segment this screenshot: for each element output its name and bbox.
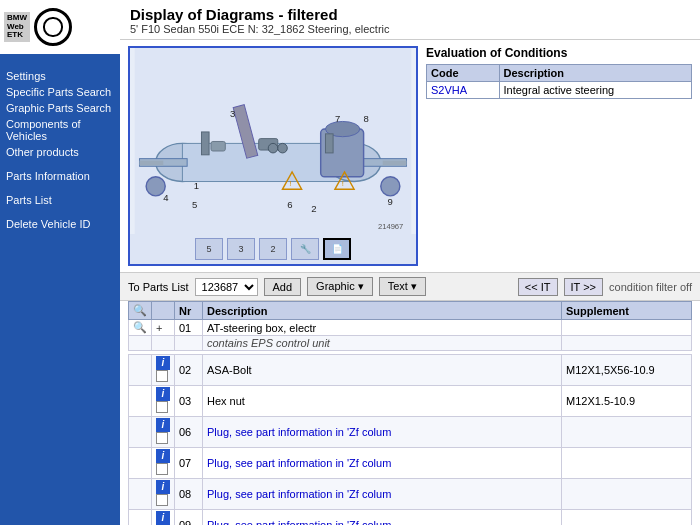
thumbnail-3[interactable]: 2 [259,238,287,260]
row-info-cell[interactable]: i [152,479,175,510]
info-icon[interactable]: i [156,480,170,494]
table-row: i 02ASA-BoltM12X1,5X56-10.9 [129,355,692,386]
row-info-cell[interactable]: i [152,386,175,417]
table-row: 🔍+01AT-steering box, electr [129,320,692,336]
row-info-cell[interactable]: i [152,417,175,448]
table-row: i 06Plug, see part information in 'Zf co… [129,417,692,448]
expand-icon[interactable]: + [156,322,162,334]
table-row: i 03Hex nutM12X1.5-10.9 [129,386,692,417]
col-description: Description [203,302,562,320]
info-icon[interactable]: i [156,511,170,525]
thumbnail-5[interactable]: 📄 [323,238,351,260]
svg-text:6: 6 [287,199,292,210]
row-description: Plug, see part information in 'Zf colum [203,448,562,479]
text-button[interactable]: Text ▾ [379,277,426,296]
logo-area: BMWWebETK [0,0,120,54]
parts-list-select[interactable]: 123687 [195,278,258,296]
sidebar-item-settings[interactable]: Settings [4,68,116,84]
eval-col-code: Code [427,65,500,82]
col-search: 🔍 [129,302,152,320]
row-supplement [562,479,692,510]
bmw-web-etk-logo: BMWWebETK [4,12,30,42]
svg-text:5: 5 [192,199,197,210]
diagram-panel[interactable]: 3 7 8 4 5 6 2 9 1 ! ! [128,46,418,266]
svg-text:4: 4 [163,192,169,203]
thumbnail-2[interactable]: 3 [227,238,255,260]
svg-rect-16 [325,134,333,153]
thumbnail-1[interactable]: 5 [195,238,223,260]
diagram-image[interactable]: 3 7 8 4 5 6 2 9 1 ! ! [130,48,416,234]
evaluation-panel: Evaluation of Conditions Code Descriptio… [426,46,692,266]
checkbox-icon[interactable] [156,401,168,413]
sidebar-item-graphic-parts-search[interactable]: Graphic Parts Search [4,100,116,116]
add-button[interactable]: Add [264,278,302,296]
info-icon[interactable]: i [156,418,170,432]
eval-code-cell[interactable]: S2VHA [427,82,500,99]
table-row: i 09Plug, see part information in 'Zf co… [129,510,692,526]
info-icon[interactable]: i [156,449,170,463]
row-search-cell: 🔍 [129,320,152,336]
next-nav-button[interactable]: IT >> [564,278,603,296]
row-supplement [562,417,692,448]
table-row: contains EPS control unit [129,336,692,351]
prev-nav-button[interactable]: << IT [518,278,558,296]
svg-rect-14 [211,141,225,151]
info-icon[interactable]: i [156,387,170,401]
sidebar-item-other-products[interactable]: Other products [4,144,116,160]
thumbnail-4[interactable]: 🔧 [291,238,319,260]
row-search-cell [129,355,152,386]
description-link[interactable]: Plug, see part information in 'Zf colum [207,488,391,500]
svg-rect-10 [383,161,407,166]
row-sub-description: contains EPS control unit [203,336,562,351]
eval-table: Code Description S2VHA Integral active s… [426,64,692,99]
graphic-button[interactable]: Graphic ▾ [307,277,373,296]
svg-rect-8 [139,161,163,166]
bmw-roundel-icon [34,8,72,46]
svg-text:8: 8 [364,113,369,124]
col-nr: Nr [175,302,203,320]
row-supplement [562,320,692,336]
row-search-cell [129,386,152,417]
row-info-cell[interactable]: i [152,355,175,386]
description-link[interactable]: Plug, see part information in 'Zf colum [207,426,391,438]
checkbox-icon[interactable] [156,463,168,475]
svg-text:!: ! [342,179,344,188]
description-link[interactable]: Plug, see part information in 'Zf colum [207,457,391,469]
eval-code-link[interactable]: S2VHA [431,84,467,96]
svg-point-30 [268,143,278,153]
row-nr: 03 [175,386,203,417]
svg-text:7: 7 [335,113,340,124]
checkbox-icon[interactable] [156,494,168,506]
page-header: Display of Diagrams - filtered 5' F10 Se… [120,0,700,40]
row-description: Hex nut [203,386,562,417]
sidebar-item-delete-vehicle-id[interactable]: Delete Vehicle ID [4,216,116,232]
row-info-cell[interactable]: i [152,510,175,526]
sidebar-item-parts-information[interactable]: Parts Information [4,168,116,184]
sidebar-item-specific-parts-search[interactable]: Specific Parts Search [4,84,116,100]
sidebar-item-parts-list[interactable]: Parts List [4,192,116,208]
sidebar-item-components-of-vehicles[interactable]: Components of Vehicles [4,116,116,144]
row-description: Plug, see part information in 'Zf colum [203,479,562,510]
info-icon[interactable]: i [156,356,170,370]
row-search-cell [129,510,152,526]
diagram-thumbnails: 5 3 2 🔧 📄 [130,234,416,264]
eval-description-cell: Integral active steering [499,82,692,99]
diagram-svg: 3 7 8 4 5 6 2 9 1 ! ! [130,48,416,234]
parts-table-container: 🔍 Nr Description Supplement 🔍+01AT-steer… [120,301,700,525]
checkbox-icon[interactable] [156,432,168,444]
parts-table: 🔍 Nr Description Supplement 🔍+01AT-steer… [128,301,692,525]
description-link[interactable]: Plug, see part information in 'Zf colum [207,519,391,525]
row-info-cell[interactable]: + [152,320,175,336]
col-supplement: Supplement [562,302,692,320]
row-supplement: M12X1,5X56-10.9 [562,355,692,386]
sidebar-nav: Settings Specific Parts Search Graphic P… [0,54,120,238]
row-supplement: M12X1.5-10.9 [562,386,692,417]
row-nr: 08 [175,479,203,510]
row-nr: 06 [175,417,203,448]
row-info-cell[interactable]: i [152,448,175,479]
checkbox-icon[interactable] [156,370,168,382]
main-area: Display of Diagrams - filtered 5' F10 Se… [120,0,700,525]
condition-label: condition filter off [609,281,692,293]
row-nr: 09 [175,510,203,526]
page-subtitle: 5' F10 Sedan 550i ECE N: 32_1862 Steerin… [130,23,690,35]
